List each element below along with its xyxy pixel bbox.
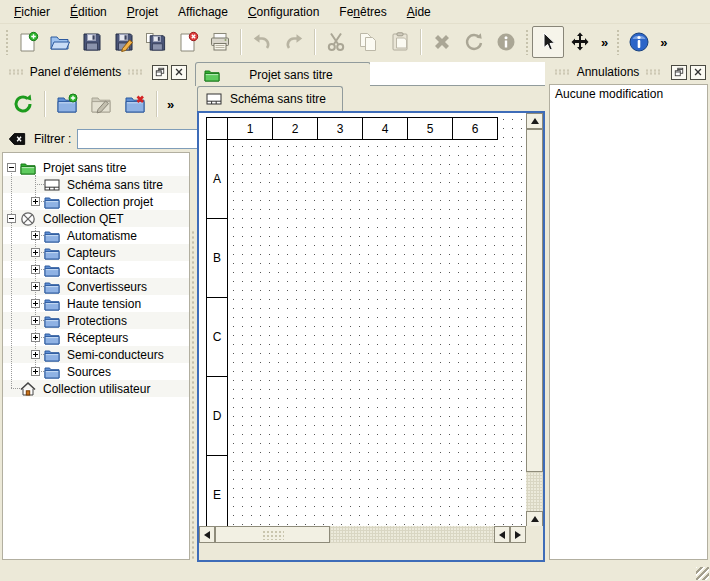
- diagram-canvas[interactable]: 123456ABCDE: [199, 113, 526, 543]
- vscroll-thumb[interactable]: [526, 129, 543, 472]
- tree-item-protections[interactable]: Protections: [3, 312, 189, 329]
- toolbar-grip[interactable]: [5, 29, 9, 55]
- delete-button[interactable]: [426, 26, 458, 58]
- cut-button[interactable]: [320, 26, 352, 58]
- tree-item-collection-utilisateur[interactable]: Collection utilisateur: [3, 380, 189, 397]
- tree-item-contacts[interactable]: Contacts: [3, 261, 189, 278]
- menu-aide[interactable]: Aide: [397, 2, 441, 22]
- undo-panel-titlebar[interactable]: Annulations: [548, 62, 708, 82]
- project-folder-icon: [20, 160, 36, 176]
- tree-item-haute-tension[interactable]: Haute tension: [3, 295, 189, 312]
- undo-history-item[interactable]: Aucune modification: [550, 85, 707, 103]
- scroll-up-button[interactable]: [526, 113, 543, 129]
- close-file-button[interactable]: [172, 26, 204, 58]
- expander-plus[interactable]: [31, 197, 40, 206]
- info-disabled-icon: [495, 31, 517, 53]
- rotate-button[interactable]: [458, 26, 490, 58]
- hscroll-thumb[interactable]: [215, 526, 330, 543]
- expander-plus[interactable]: [31, 350, 40, 359]
- tree-item-recepteurs[interactable]: Récepteurs: [3, 329, 189, 346]
- save-button[interactable]: [76, 26, 108, 58]
- scroll-left-button[interactable]: [494, 526, 510, 543]
- paste-icon: [389, 31, 411, 53]
- save-all-button[interactable]: [140, 26, 172, 58]
- paste-button[interactable]: [384, 26, 416, 58]
- menu-projet[interactable]: Projet: [117, 2, 168, 22]
- folder-icon: [44, 194, 60, 210]
- resize-grip[interactable]: [696, 567, 709, 580]
- expander-plus[interactable]: [31, 248, 40, 257]
- sheet-column-header: 4: [362, 117, 408, 140]
- tree-item-label: Protections: [67, 314, 127, 328]
- reload-button[interactable]: [6, 87, 40, 121]
- toolbar-overflow-button[interactable]: »: [162, 97, 179, 112]
- new-category-button[interactable]: [50, 87, 84, 121]
- open-button[interactable]: [44, 26, 76, 58]
- vertical-splitter-handle[interactable]: [191, 230, 196, 560]
- scroll-up-button[interactable]: [526, 511, 543, 527]
- elements-panel-titlebar[interactable]: Panel d'éléments: [2, 62, 189, 82]
- menu-fichier[interactable]: Fichier: [4, 2, 60, 22]
- vertical-scrollbar[interactable]: [526, 113, 543, 543]
- clear-filter-button[interactable]: [8, 130, 26, 148]
- horizontal-scrollbar[interactable]: [199, 526, 526, 543]
- expander-plus[interactable]: [31, 316, 40, 325]
- edit-category-button[interactable]: [84, 87, 118, 121]
- info-disabled-button[interactable]: [490, 26, 522, 58]
- expander-minus[interactable]: [7, 214, 16, 223]
- scroll-left-button[interactable]: [199, 526, 215, 543]
- tree-item-automatisme[interactable]: Automatisme: [3, 227, 189, 244]
- tree-item-sources[interactable]: Sources: [3, 363, 189, 380]
- select-tool-button[interactable]: [532, 26, 564, 58]
- menu-configuration[interactable]: Configuration: [238, 2, 329, 22]
- toolbar-grip[interactable]: [525, 29, 529, 55]
- close-button[interactable]: [171, 65, 187, 80]
- about-info-button[interactable]: [623, 26, 655, 58]
- copy-button[interactable]: [352, 26, 384, 58]
- delete-category-button[interactable]: [118, 87, 152, 121]
- move-tool-button[interactable]: [564, 26, 596, 58]
- elements-panel-title: Panel d'éléments: [30, 65, 122, 79]
- redo-button[interactable]: [278, 26, 310, 58]
- tree-item-collection-qet[interactable]: Collection QET: [3, 210, 189, 227]
- tree-item-projet-sans-titre[interactable]: Projet sans titre: [3, 159, 189, 176]
- status-bar: [0, 565, 710, 581]
- float-button[interactable]: [671, 65, 687, 80]
- sheet-column-header: 1: [227, 117, 273, 140]
- float-icon: [674, 67, 684, 77]
- delete-icon: [431, 31, 453, 53]
- expander-plus[interactable]: [31, 367, 40, 376]
- scroll-right-button[interactable]: [510, 526, 526, 543]
- undo-button[interactable]: [246, 26, 278, 58]
- titlebar-buttons: [668, 65, 706, 80]
- menu-affichage[interactable]: Affichage: [168, 2, 238, 22]
- expander-plus[interactable]: [31, 282, 40, 291]
- tree-item-collection-projet[interactable]: Collection projet: [3, 193, 189, 210]
- expander-plus[interactable]: [31, 299, 40, 308]
- tree-item-convertisseurs[interactable]: Convertisseurs: [3, 278, 189, 295]
- save-as-button[interactable]: [108, 26, 140, 58]
- sheet-row-header: D: [206, 376, 228, 456]
- new-document-button[interactable]: [12, 26, 44, 58]
- toolbar-grip[interactable]: [616, 29, 620, 55]
- sheet-row-header: C: [206, 297, 228, 377]
- menu-fenetres[interactable]: Fenêtres: [329, 2, 396, 22]
- project-tab[interactable]: Projet sans titre: [195, 62, 371, 86]
- close-button[interactable]: [690, 65, 706, 80]
- titlebar-texture: [8, 69, 24, 75]
- tree-item-semi-conducteurs[interactable]: Semi-conducteurs: [3, 346, 189, 363]
- print-button[interactable]: [204, 26, 236, 58]
- toolbar-overflow-button[interactable]: »: [655, 35, 672, 50]
- tree-item-schema-sans-titre[interactable]: Schéma sans titre: [3, 176, 189, 193]
- menu-edition[interactable]: Édition: [60, 2, 117, 22]
- expander-plus[interactable]: [31, 265, 40, 274]
- schema-tab[interactable]: Schéma sans titre: [197, 86, 343, 111]
- expander-plus[interactable]: [31, 333, 40, 342]
- expander-minus[interactable]: [7, 163, 16, 172]
- redo-icon: [283, 31, 305, 53]
- toolbar-overflow-button[interactable]: »: [596, 35, 613, 50]
- expander-plus[interactable]: [31, 231, 40, 240]
- tree-item-capteurs[interactable]: Capteurs: [3, 244, 189, 261]
- move-tool-icon: [569, 31, 591, 53]
- float-button[interactable]: [152, 65, 168, 80]
